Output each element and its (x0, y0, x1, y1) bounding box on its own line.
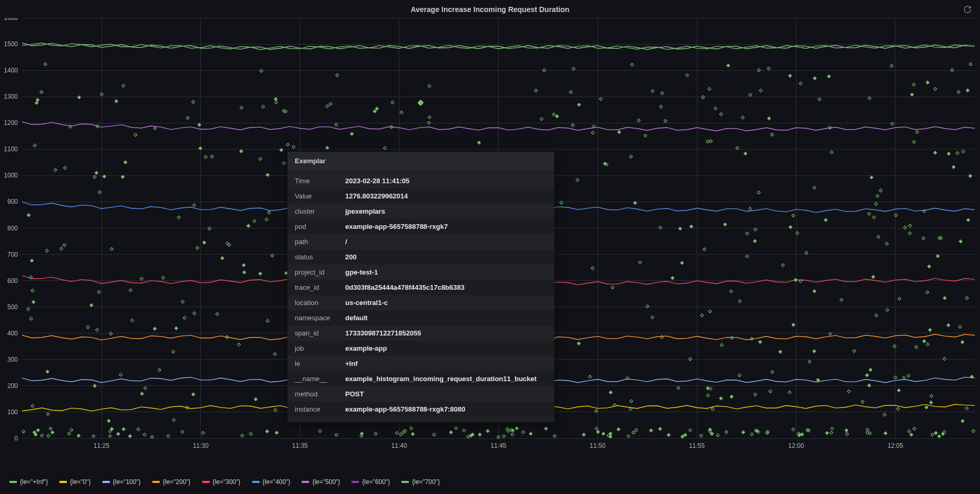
exemplar-point[interactable] (240, 106, 243, 109)
exemplar-point[interactable] (153, 327, 157, 330)
exemplar-point[interactable] (909, 224, 912, 227)
exemplar-point[interactable] (861, 400, 864, 403)
exemplar-point[interactable] (54, 169, 57, 172)
exemplar-point[interactable] (646, 304, 649, 308)
exemplar-point[interactable] (830, 151, 833, 154)
exemplar-point[interactable] (738, 300, 741, 303)
exemplar-point[interactable] (965, 297, 968, 300)
exemplar-point[interactable] (951, 69, 954, 72)
exemplar-point[interactable] (193, 204, 196, 207)
exemplar-point[interactable] (759, 89, 762, 92)
exemplar-point[interactable] (872, 216, 875, 219)
exemplar-point[interactable] (428, 85, 431, 88)
exemplar-point[interactable] (326, 104, 329, 108)
exemplar-point[interactable] (286, 143, 290, 146)
exemplar-point[interactable] (659, 105, 663, 108)
exemplar-point[interactable] (943, 358, 946, 361)
exemplar-point[interactable] (253, 219, 256, 223)
exemplar-point[interactable] (830, 431, 833, 434)
exemplar-point[interactable] (51, 431, 54, 434)
exemplar-point[interactable] (544, 427, 548, 430)
exemplar-point[interactable] (702, 96, 705, 99)
exemplar-point[interactable] (972, 429, 975, 433)
exemplar-point[interactable] (868, 212, 871, 215)
exemplar-point[interactable] (813, 290, 816, 293)
refresh-icon[interactable] (963, 5, 973, 15)
exemplar-point[interactable] (922, 237, 925, 240)
exemplar-point[interactable] (952, 165, 955, 169)
exemplar-point[interactable] (33, 144, 36, 147)
exemplar-point[interactable] (186, 117, 189, 120)
exemplar-point[interactable] (926, 81, 929, 84)
exemplar-point[interactable] (242, 264, 245, 267)
exemplar-point[interactable] (724, 223, 727, 226)
exemplar-point[interactable] (709, 387, 712, 390)
exemplar-point[interactable] (177, 216, 180, 219)
exemplar-point-highlighted[interactable] (418, 100, 423, 106)
exemplar-point[interactable] (792, 214, 795, 217)
exemplar-point[interactable] (716, 434, 719, 437)
exemplar-point[interactable] (150, 435, 153, 438)
exemplar-point[interactable] (400, 111, 403, 114)
exemplar-point[interactable] (375, 107, 378, 110)
exemplar-point[interactable] (792, 323, 795, 327)
exemplar-point[interactable] (875, 314, 878, 317)
exemplar-point[interactable] (703, 248, 706, 251)
legend-item[interactable]: {le="400"} (252, 478, 291, 486)
exemplar-point[interactable] (335, 123, 338, 126)
exemplar-point[interactable] (129, 435, 132, 438)
exemplar-point[interactable] (265, 218, 268, 221)
exemplar-point[interactable] (658, 427, 662, 430)
exemplar-point[interactable] (134, 133, 137, 136)
exemplar-point[interactable] (947, 324, 950, 327)
exemplar-point[interactable] (46, 413, 49, 416)
exemplar-point[interactable] (603, 162, 606, 165)
exemplar-point[interactable] (275, 431, 278, 434)
exemplar-point[interactable] (651, 90, 654, 93)
exemplar-point[interactable] (391, 101, 394, 104)
exemplar-point[interactable] (824, 218, 828, 222)
exemplar-point[interactable] (681, 435, 684, 438)
exemplar-point[interactable] (962, 150, 965, 153)
exemplar-point[interactable] (720, 343, 723, 346)
exemplar-point[interactable] (799, 82, 802, 85)
exemplar-point[interactable] (931, 433, 934, 436)
exemplar-point[interactable] (36, 428, 39, 432)
exemplar-point[interactable] (90, 303, 93, 307)
exemplar-point[interactable] (779, 350, 782, 353)
exemplar-point[interactable] (292, 145, 295, 149)
exemplar-point[interactable] (677, 386, 680, 390)
exemplar-point[interactable] (67, 432, 70, 435)
exemplar-point[interactable] (689, 429, 692, 432)
exemplar-point[interactable] (709, 140, 713, 143)
exemplar-point[interactable] (522, 430, 525, 434)
exemplar-point[interactable] (137, 428, 140, 431)
exemplar-point[interactable] (664, 119, 667, 122)
exemplar-point[interactable] (122, 85, 125, 88)
exemplar-point[interactable] (511, 433, 514, 436)
exemplar-point[interactable] (870, 176, 873, 179)
exemplar-point[interactable] (40, 90, 43, 93)
exemplar-point[interactable] (249, 432, 252, 435)
exemplar-point[interactable] (699, 434, 703, 437)
exemplar-point[interactable] (98, 191, 101, 194)
exemplar-point[interactable] (853, 350, 856, 353)
exemplar-point[interactable] (215, 312, 219, 316)
exemplar-point[interactable] (611, 286, 614, 289)
exemplar-point[interactable] (78, 96, 81, 99)
exemplar-point[interactable] (708, 87, 711, 90)
exemplar-point[interactable] (172, 418, 176, 422)
exemplar-point[interactable] (449, 431, 452, 434)
exemplar-point[interactable] (710, 432, 714, 435)
exemplar-point[interactable] (813, 77, 817, 80)
exemplar-point[interactable] (829, 332, 832, 335)
exemplar-point[interactable] (635, 428, 638, 432)
exemplar-point[interactable] (661, 92, 664, 95)
exemplar-point[interactable] (893, 345, 896, 348)
exemplar-point[interactable] (794, 278, 797, 281)
exemplar-point[interactable] (192, 393, 195, 396)
exemplar-point[interactable] (143, 433, 146, 436)
exemplar-point[interactable] (140, 277, 143, 280)
exemplar-point[interactable] (478, 141, 481, 144)
exemplar-point[interactable] (70, 428, 73, 432)
